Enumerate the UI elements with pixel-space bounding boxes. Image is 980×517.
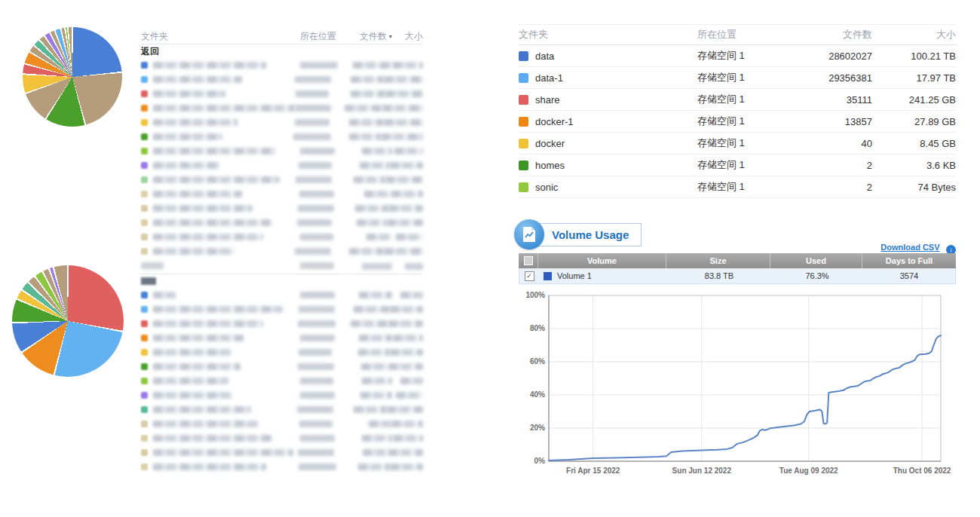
folder-location-blur <box>300 234 333 240</box>
folder-name-cell <box>141 449 298 456</box>
column-header-filecount[interactable]: 文件数 <box>812 28 872 41</box>
table-row[interactable]: share存储空间 135111241.25 GB <box>519 89 956 111</box>
folder-size-cell <box>387 406 423 413</box>
column-header-size[interactable]: 大小 <box>392 30 423 43</box>
column-header-size[interactable]: 大小 <box>872 28 956 41</box>
folder-color-chip <box>141 90 148 97</box>
folder-size-pie-chart-bottom[interactable] <box>12 265 124 377</box>
folder-row-blurred[interactable] <box>141 173 423 187</box>
back-link[interactable]: 返回 <box>141 44 423 58</box>
volume-name: Volume 1 <box>557 271 592 280</box>
folder-row-blurred[interactable] <box>141 201 423 216</box>
folder-count-cell <box>341 176 385 183</box>
column-header-volume[interactable]: Volume <box>538 253 666 268</box>
folder-size-blur <box>388 363 423 370</box>
folder-count-blur <box>358 463 390 470</box>
folder-row-blurred[interactable] <box>141 317 423 331</box>
folder-row-blurred[interactable] <box>141 115 423 130</box>
folder-row-blurred[interactable] <box>141 87 423 101</box>
select-all-checkbox-cell[interactable] <box>519 253 538 268</box>
folder-row-blurred[interactable] <box>141 345 423 359</box>
table-row[interactable]: data存储空间 128602027100.21 TB <box>519 45 956 67</box>
table-row[interactable]: data-1存储空间 12935638117.97 TB <box>519 67 956 89</box>
folder-row-blurred[interactable] <box>141 359 423 374</box>
column-header-size[interactable]: Size <box>666 253 770 268</box>
table-row[interactable]: sonic存储空间 1274 Bytes <box>519 176 956 198</box>
folder-size-cell <box>388 363 423 370</box>
folder-name: docker-1 <box>535 116 574 127</box>
folder-size-pie-chart-top[interactable] <box>23 27 122 127</box>
column-header-days-to-full[interactable]: Days to Full <box>862 253 956 268</box>
folder-name-blur <box>153 119 237 126</box>
folder-count-blur <box>354 406 387 413</box>
folder-size-blur <box>400 292 423 298</box>
folder-row-blurred[interactable] <box>141 244 423 258</box>
folder-count-cell <box>342 406 387 413</box>
folder-location-blur <box>299 306 335 313</box>
folder-color-chip <box>141 234 148 240</box>
folder-row-blurred[interactable] <box>141 374 423 388</box>
folder-row-blurred[interactable] <box>141 130 423 144</box>
folder-row-blurred[interactable] <box>141 72 423 87</box>
column-header-filecount[interactable]: 文件数 ▾ <box>347 30 392 43</box>
folder-size-blur <box>384 76 423 83</box>
folder-row-blurred[interactable] <box>141 230 423 244</box>
folder-row-blurred[interactable] <box>141 302 423 317</box>
folder-name-blur <box>153 205 253 212</box>
folder-row-blurred[interactable] <box>141 58 423 72</box>
folder-count-cell <box>345 349 390 356</box>
column-header-location[interactable]: 所在位置 <box>300 30 347 43</box>
folder-size-blur <box>382 105 423 112</box>
folder-name: data-1 <box>535 72 563 84</box>
folder-location-cell <box>298 320 344 327</box>
column-header-location[interactable]: 所在位置 <box>697 28 812 41</box>
folder-color-chip <box>141 435 148 442</box>
folder-row-blurred[interactable] <box>141 417 423 431</box>
folder-count-cell <box>345 463 390 470</box>
column-header-folder[interactable]: 文件夹 <box>141 30 300 43</box>
x-axis-label: Sun Jun 12 2022 <box>672 467 732 475</box>
folder-row-blurred[interactable] <box>141 216 423 230</box>
folder-row-blurred[interactable] <box>141 158 423 173</box>
folder-color-chip <box>141 148 148 154</box>
folder-size-blur <box>387 219 423 226</box>
folder-size-cell <box>384 119 423 126</box>
folder-row-blurred[interactable] <box>141 402 423 417</box>
folder-size-blur <box>393 435 423 442</box>
folder-name-cell <box>141 191 299 197</box>
folder-name-blur <box>153 378 228 384</box>
folder-location-cell <box>293 133 338 140</box>
folder-location: 存储空间 1 <box>697 93 812 106</box>
folder-row-blurred[interactable] <box>141 101 423 115</box>
table-row[interactable]: docker-1存储空间 11385727.89 GB <box>519 111 956 133</box>
folder-row-blurred[interactable] <box>141 460 423 474</box>
folder-row-blurred[interactable] <box>141 187 423 201</box>
column-header-used[interactable]: Used <box>770 253 862 268</box>
folder-name-blur <box>153 449 293 456</box>
folder-size-cell <box>390 162 423 169</box>
volume-row[interactable]: ✓ Volume 1 83.8 TB 76.3% 3574 <box>519 268 956 284</box>
folder-size-cell <box>390 463 423 470</box>
folder-row-blurred[interactable] <box>141 144 423 158</box>
table-row[interactable]: docker存储空间 1408.45 GB <box>519 133 956 154</box>
folder-name-cell <box>141 363 298 370</box>
table-row[interactable]: homes存储空间 123.6 KB <box>519 154 956 176</box>
folder-name-blur <box>153 76 242 83</box>
back-link-blurred[interactable] <box>141 277 156 285</box>
folder-row-blurred[interactable] <box>141 445 423 460</box>
folder-row-blurred[interactable] <box>141 431 423 445</box>
volume-usage-section-header: Volume Usage <box>514 219 642 249</box>
folder-row-blurred[interactable] <box>141 288 423 302</box>
folder-row-blurred[interactable] <box>141 388 423 402</box>
folder-location-cell <box>297 219 343 226</box>
folder-location-cell <box>297 406 343 413</box>
folder-name-cell <box>141 234 300 240</box>
y-axis-label: 40% <box>530 390 545 399</box>
volume-checkbox-checked[interactable]: ✓ <box>525 271 534 281</box>
column-header-folder[interactable]: 文件夹 <box>519 28 697 41</box>
folder-row-blurred[interactable] <box>141 331 423 345</box>
folder-location-blur <box>293 133 331 140</box>
select-all-checkbox[interactable] <box>524 256 533 265</box>
folder-size-blur <box>396 234 423 240</box>
folder-size-blur <box>387 406 423 413</box>
